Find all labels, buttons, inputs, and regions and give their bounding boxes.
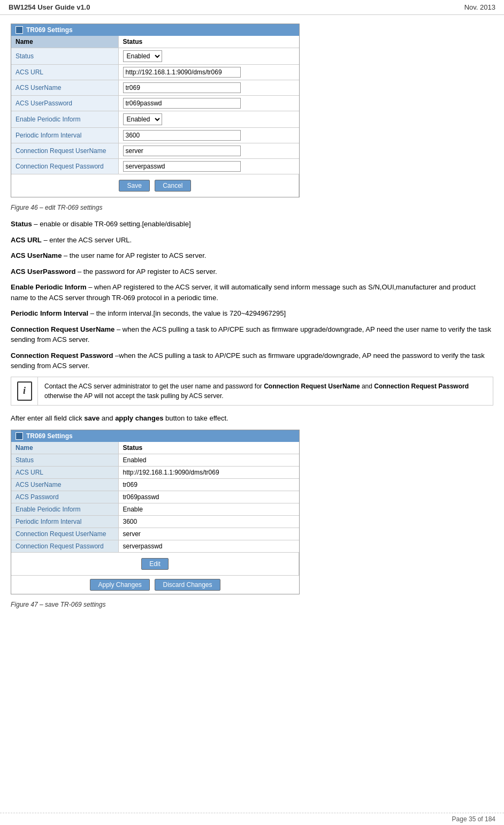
- apply-discard-btn-row: Apply Changes Discard Changes: [11, 575, 299, 594]
- view-settings-title-label: TR069 Settings: [26, 432, 73, 440]
- desc-conn-username: Connection Request UserName – when the A…: [11, 324, 493, 345]
- table-header-row: Name Status: [11, 36, 299, 48]
- table-row: ACS UserPassword: [11, 96, 299, 111]
- page-number: Page 35 of 184: [452, 815, 495, 823]
- edit-settings-title: TR069 Settings: [11, 24, 299, 36]
- table-row: Enable Periodic Inform Enable: [11, 503, 299, 516]
- table-row: Connection Request Password: [11, 159, 299, 174]
- table-row: Connection Request Password serverpasswd: [11, 540, 299, 553]
- view-col1-header: Name: [11, 442, 118, 454]
- view-row-value-enable-periodic: Enable: [118, 503, 299, 516]
- desc-acs-username-text: – the user name for AP register to ACS s…: [62, 251, 206, 259]
- view-row-label-status: Status: [11, 454, 118, 467]
- desc-conn-username-label: Connection Request UserName: [11, 325, 114, 333]
- view-row-value-conn-password: serverpasswd: [118, 540, 299, 553]
- page-footer: Page 35 of 184: [0, 813, 504, 825]
- desc-periodic-interval-label: Periodic Inform Interval: [11, 309, 88, 317]
- desc-enable-periodic: Enable Periodic Inform – when AP registe…: [11, 282, 493, 303]
- row-value-conn-username: [118, 143, 299, 159]
- after-enter-save-bold: save: [84, 414, 100, 422]
- figure47-caption: Figure 47 – save TR-069 settings: [11, 601, 493, 608]
- table-row: ACS UserName: [11, 80, 299, 96]
- save-button[interactable]: Save: [119, 180, 149, 192]
- after-enter-and: and: [100, 414, 115, 422]
- view-settings-table: Name Status Status Enabled ACS URL http:…: [11, 442, 299, 575]
- view-col2-header: Status: [118, 442, 299, 454]
- row-value-acs-url: [118, 65, 299, 80]
- row-label-acs-username: ACS UserName: [11, 80, 118, 96]
- edit-form-btn-row: Save Cancel: [16, 177, 294, 195]
- view-row-label-acs-url: ACS URL: [11, 467, 118, 479]
- row-value-periodic-interval: [118, 128, 299, 143]
- row-label-acs-password: ACS UserPassword: [11, 96, 118, 111]
- acs-url-input[interactable]: [123, 67, 241, 78]
- table-row: ACS URL http://192.168.1.1:9090/dms/tr06…: [11, 467, 299, 479]
- cancel-button[interactable]: Cancel: [155, 180, 190, 192]
- desc-acs-url-label: ACS URL: [11, 236, 42, 244]
- discard-changes-button[interactable]: Discard Changes: [155, 579, 220, 591]
- view-settings-title: TR069 Settings: [11, 430, 299, 442]
- note-conn-username-bold: Connection Request UserName: [264, 383, 360, 390]
- after-enter-apply-bold: apply changes: [115, 414, 163, 422]
- edit-settings-box: TR069 Settings Name Status Status Enable…: [11, 24, 300, 197]
- edit-settings-table: Name Status Status Enabled Disabled ACS …: [11, 36, 299, 197]
- info-icon: i: [17, 381, 32, 401]
- note-conn-password-bold: Connection Request Password: [374, 383, 469, 390]
- view-row-label-acs-username: ACS UserName: [11, 479, 118, 491]
- doc-date: Nov. 2013: [464, 3, 495, 11]
- conn-password-input[interactable]: [123, 161, 241, 172]
- row-value-acs-password: [118, 96, 299, 111]
- desc-periodic-interval: Periodic Inform Interval – the inform in…: [11, 308, 493, 319]
- apply-changes-button[interactable]: Apply Changes: [90, 579, 149, 591]
- desc-acs-password-text: – the password for AP register to ACS se…: [75, 268, 217, 276]
- desc-status-label: Status: [11, 220, 32, 228]
- view-row-label-acs-password: ACS Password: [11, 491, 118, 503]
- desc-acs-url: ACS URL – enter the ACS server URL.: [11, 235, 493, 246]
- acs-username-input[interactable]: [123, 82, 241, 93]
- table-row: Connection Request UserName: [11, 143, 299, 159]
- row-value-conn-password: [118, 159, 299, 174]
- view-row-value-acs-username: tr069: [118, 479, 299, 491]
- row-label-conn-password: Connection Request Password: [11, 159, 118, 174]
- table-row: Status Enabled Disabled: [11, 48, 299, 65]
- edit-settings-title-label: TR069 Settings: [26, 26, 73, 34]
- view-row-value-acs-password: tr069passwd: [118, 491, 299, 503]
- edit-button[interactable]: Edit: [141, 558, 169, 570]
- figure46-caption: Figure 46 – edit TR-069 settings: [11, 204, 493, 211]
- view-row-value-conn-username: server: [118, 528, 299, 540]
- conn-username-input[interactable]: [123, 146, 241, 156]
- acs-password-input[interactable]: [123, 98, 241, 109]
- after-enter-suffix: button to take effect.: [163, 414, 228, 422]
- row-label-conn-username: Connection Request UserName: [11, 143, 118, 159]
- table-row-edit-btn: Edit: [11, 553, 299, 576]
- row-label-acs-url: ACS URL: [11, 65, 118, 80]
- row-value-enable-periodic: Enabled Disabled: [118, 111, 299, 128]
- table-row: Periodic Inform Interval 3600: [11, 516, 299, 528]
- periodic-interval-input[interactable]: [123, 130, 241, 141]
- note-icon-col: i: [11, 377, 38, 405]
- view-row-value-periodic-interval: 3600: [118, 516, 299, 528]
- view-row-label-conn-password: Connection Request Password: [11, 540, 118, 553]
- desc-acs-url-text: – enter the ACS server URL.: [42, 236, 132, 244]
- view-row-value-status: Enabled: [118, 454, 299, 467]
- status-select[interactable]: Enabled Disabled: [123, 50, 162, 62]
- view-table-header-row: Name Status: [11, 442, 299, 454]
- col1-header: Name: [11, 36, 118, 48]
- settings-box-icon: [16, 26, 23, 34]
- enable-periodic-select[interactable]: Enabled Disabled: [123, 113, 162, 125]
- view-row-label-enable-periodic: Enable Periodic Inform: [11, 503, 118, 516]
- doc-title: BW1254 User Guide v1.0: [9, 3, 90, 11]
- row-label-enable-periodic: Enable Periodic Inform: [11, 111, 118, 128]
- table-row: ACS Password tr069passwd: [11, 491, 299, 503]
- after-enter-text: After enter all field click save and app…: [11, 413, 493, 424]
- table-row: Connection Request UserName server: [11, 528, 299, 540]
- desc-status-text: – enable or disable TR-069 setting.[enab…: [32, 220, 191, 228]
- desc-conn-password-label: Connection Request Password: [11, 352, 113, 360]
- note-text: Contact the ACS server administrator to …: [38, 377, 493, 405]
- page-header: BW1254 User Guide v1.0 Nov. 2013: [0, 0, 504, 15]
- view-settings-box: TR069 Settings Name Status Status Enable…: [11, 430, 300, 594]
- note-box: i Contact the ACS server administrator t…: [11, 377, 493, 406]
- table-row: Status Enabled: [11, 454, 299, 467]
- desc-acs-username: ACS UserName – the user name for AP regi…: [11, 250, 493, 261]
- row-label-status: Status: [11, 48, 118, 65]
